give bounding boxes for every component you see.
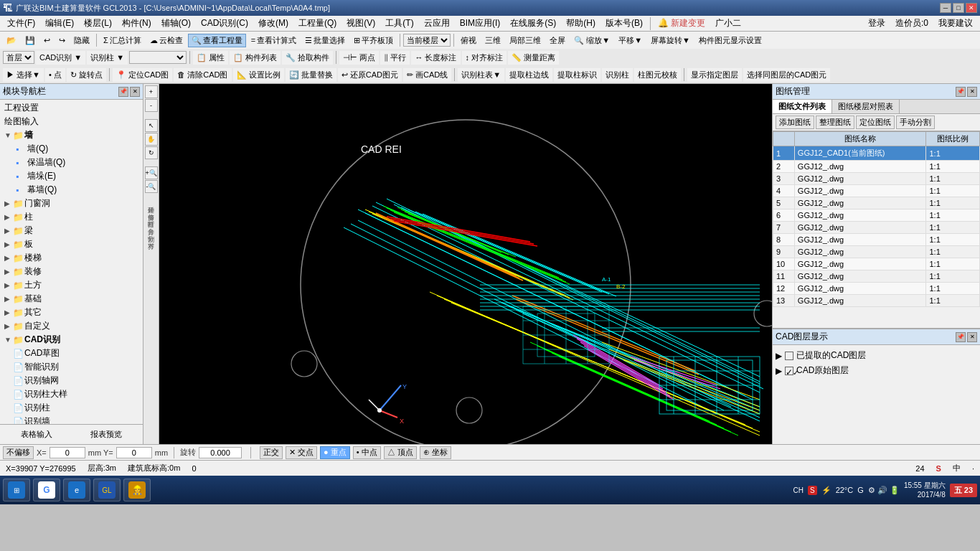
tree-group-doors[interactable]: ▶ 📁 门窗洞 (1, 197, 141, 210)
toolbar-fullscreen[interactable]: 全屏 (546, 34, 569, 47)
tb-extract-col-mark[interactable]: 提取柱标识 (554, 68, 600, 82)
side-btn-pan2[interactable]: ✋ (145, 133, 158, 146)
menu-quantity[interactable]: 工程量(Q) (294, 16, 341, 31)
locate-drawing-btn[interactable]: 定位图纸 (856, 116, 895, 129)
layer-panel-close[interactable]: ✕ (967, 332, 977, 342)
toolbar-hide[interactable]: 隐藏 (70, 34, 93, 47)
tree-group-stair[interactable]: ▶ 📁 楼梯 (1, 251, 141, 265)
tb-parallel[interactable]: ∥ 平行 (380, 51, 410, 65)
menu-cad[interactable]: CAD识别(C) (197, 16, 253, 31)
side-btn-zoom-out[interactable]: -🔍 (145, 180, 158, 193)
tb-locate-cad[interactable]: 📍 定位CAD图 (113, 68, 172, 82)
tb-clear-cad[interactable]: 🗑 清除CAD图 (174, 68, 231, 82)
orthogonal-btn[interactable]: 正交 (260, 446, 283, 459)
menu-version[interactable]: 版本号(B) (601, 16, 647, 31)
table-input-btn[interactable]: 表格输入 (3, 428, 70, 441)
menu-cloud[interactable]: 云应用 (420, 16, 454, 31)
side-btn-remove[interactable]: - (145, 99, 158, 112)
tb-property[interactable]: 📋 属性 (193, 51, 228, 65)
cad-identify-btn[interactable]: CAD识别 ▼ (36, 51, 85, 65)
menu-file[interactable]: 文件(F) (3, 16, 39, 31)
drawing-table-row[interactable]: 8 GGJ12_.dwg 1:1 (773, 234, 980, 246)
menu-xiaotu[interactable]: 广小二 (711, 16, 745, 31)
floor-level-select[interactable]: 首层 (3, 51, 34, 64)
tree-item-insulation-wall[interactable]: ▪ 保温墙(Q) (1, 156, 141, 169)
taskbar-app-google[interactable]: G (33, 479, 60, 501)
layer-checkbox-extracted[interactable] (785, 352, 793, 360)
tree-group-foundation[interactable]: ▶ 📁 基础 (1, 292, 141, 306)
taskbar-app-gcl[interactable]: GL (93, 479, 121, 501)
drawing-table-row[interactable]: 10 GGJ12_.dwg 1:1 (773, 258, 980, 270)
toolbar-sum[interactable]: Σ 汇总计算 (100, 34, 145, 47)
layer-checkbox-original[interactable]: ✓ (785, 367, 793, 375)
tb-extract-col-edge[interactable]: 提取柱边线 (506, 68, 552, 82)
tb-restore-cad[interactable]: ↩ 还原CAD图元 (338, 68, 402, 82)
tb-point[interactable]: • 点 (45, 68, 65, 82)
drawing-table-row[interactable]: 7 GGJ12_.dwg 1:1 (773, 222, 980, 234)
drawing-table-row[interactable]: 9 GGJ12_.dwg 1:1 (773, 246, 980, 258)
side-btn-rotate2[interactable]: ↻ (145, 146, 158, 159)
col-select[interactable] (129, 51, 187, 64)
drawing-table-row[interactable]: 5 GGJ12_.dwg 1:1 (773, 197, 980, 209)
toolbar-align-top[interactable]: ⊞ 平齐板顶 (350, 34, 397, 47)
y-input[interactable] (116, 447, 152, 458)
tree-item-wall[interactable]: ▪ 墙(Q) (1, 142, 141, 156)
drawing-table-row[interactable]: 3 GGJ12_.dwg 1:1 (773, 173, 980, 185)
tb-measure[interactable]: 📏 测量距离 (508, 51, 559, 65)
tree-group-beam[interactable]: ▶ 📁 梁 (1, 224, 141, 237)
tree-item-identify-axis[interactable]: 📄 识别轴网 (1, 374, 141, 387)
left-panel-pin[interactable]: 📌 (118, 87, 128, 97)
tree-item-identify-wall[interactable]: 📄 识别墙 (1, 415, 141, 424)
tb-show-layer[interactable]: 显示指定图层 (687, 68, 742, 82)
tree-group-slab[interactable]: ▶ 📁 板 (1, 237, 141, 251)
toolbar-pan[interactable]: 平移▼ (615, 34, 646, 47)
drawing-table-row[interactable]: 12 GGJ12_.dwg 1:1 (773, 283, 980, 295)
key-point-btn[interactable]: ● 重点 (320, 446, 350, 459)
tb-align-mark[interactable]: ↕ 对齐标注 (462, 51, 507, 65)
tb-set-scale[interactable]: 📐 设置比例 (233, 68, 284, 82)
tab-drawing-floor-map[interactable]: 图纸楼层对照表 (832, 100, 900, 113)
layer-group-original[interactable]: ▶ ✓ CAD原始图层 (776, 363, 977, 378)
menu-floor[interactable]: 楼层(L) (80, 16, 116, 31)
drawing-table-row[interactable]: 6 GGJ12_.dwg 1:1 (773, 209, 980, 222)
drawing-table-row[interactable]: 4 GGJ12_.dwg 1:1 (773, 185, 980, 197)
tb-select[interactable]: ▶ 选择▼ (3, 68, 44, 82)
minimize-button[interactable]: ─ (940, 3, 951, 13)
drawing-table-row[interactable]: 13 GGJ12_.dwg 1:1 (773, 295, 980, 307)
layer-group-extracted[interactable]: ▶ 已提取的CAD图层 (776, 348, 977, 363)
toolbar-zoom[interactable]: 🔍 缩放▼ (570, 34, 613, 47)
right-panel-close[interactable]: ✕ (967, 87, 977, 97)
tree-item-identify-col-detail[interactable]: 📄 识别柱大样 (1, 387, 141, 401)
tree-item-cad-draft[interactable]: 📄 CAD草图 (1, 347, 141, 360)
toolbar-rotate[interactable]: 屏幕旋转▼ (647, 34, 694, 47)
close-button[interactable]: ✕ (966, 3, 977, 13)
tree-group-decor[interactable]: ▶ 📁 装修 (1, 265, 141, 278)
menu-price[interactable]: 造价员:0 (891, 16, 933, 31)
tree-item-project-settings[interactable]: 工程设置 (1, 101, 141, 115)
add-drawing-btn[interactable]: 添加图纸 (776, 116, 814, 129)
toolbar-cloud-check[interactable]: ☁ 云检查 (146, 34, 187, 47)
taskbar-app-worker[interactable]: 👷 (123, 479, 151, 501)
tree-item-wall-ledge[interactable]: ▪ 墙垛(E) (1, 169, 141, 183)
menu-online[interactable]: 在线服务(S) (506, 16, 560, 31)
manual-split-btn[interactable]: 手动分割 (896, 116, 935, 129)
menu-component[interactable]: 构件(N) (118, 16, 156, 31)
menu-bim[interactable]: BIM应用(I) (456, 16, 505, 31)
identify-col-btn[interactable]: 识别柱 ▼ (87, 51, 128, 65)
left-panel-close[interactable]: ✕ (130, 87, 140, 97)
coord-btn[interactable]: ⊕ 坐标 (420, 446, 451, 459)
menu-tools[interactable]: 工具(T) (381, 16, 418, 31)
tab-drawing-file-list[interactable]: 图纸文件列表 (773, 100, 832, 113)
toolbar-top-view[interactable]: 俯视 (457, 34, 480, 47)
tree-item-identify-col3[interactable]: 📄 识别柱 (1, 401, 141, 415)
toolbar-local-3d[interactable]: 局部三维 (506, 34, 545, 47)
toolbar-open[interactable]: 📂 (3, 34, 20, 47)
tree-group-wall[interactable]: ▼ 📁 墙 (1, 128, 141, 142)
tb-select-same-layer[interactable]: 选择同图层的CAD图元 (743, 68, 830, 82)
canvas-area[interactable]: Y X CAD REI (159, 84, 772, 444)
tree-group-other[interactable]: ▶ 📁 其它 (1, 306, 141, 319)
drawing-table-row[interactable]: 11 GGJ12_.dwg 1:1 (773, 270, 980, 283)
toolbar-batch-select[interactable]: ☰ 批量选择 (301, 34, 349, 47)
vertex-btn[interactable]: △ 顶点 (384, 446, 417, 459)
menu-view[interactable]: 视图(V) (342, 16, 380, 31)
